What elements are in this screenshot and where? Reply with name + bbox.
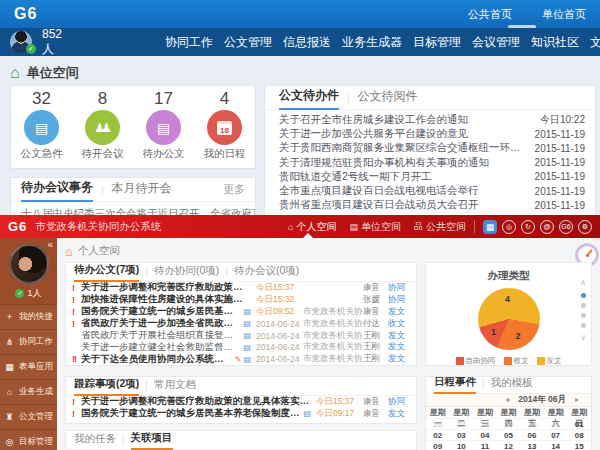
calendar-day[interactable]: 31 <box>544 418 568 429</box>
prev-month-icon[interactable]: ◂ <box>505 396 509 404</box>
calendar-day[interactable]: 06 <box>520 429 544 440</box>
calendar-day[interactable]: 07 <box>544 429 568 440</box>
calendar-day[interactable]: 09 <box>426 440 450 450</box>
track-tab-1[interactable]: 常用文档 <box>154 378 196 395</box>
next-month-icon[interactable]: ▸ <box>575 396 579 404</box>
calendar-tab-0[interactable]: 日程事件 <box>434 376 476 394</box>
portal-doc-row[interactable]: 关于清理规范驻贵阳办事机构有关事项的通知2015-11-19 <box>265 156 595 170</box>
todo-row[interactable]: !!关于下达全员使用协同办公系统的通知✎▤2014-06-24市党政务机关协..… <box>66 353 416 365</box>
portal-doc-row[interactable]: 全市重点项目建设百日会战电视电话会举行2015-11-19 <box>265 184 595 198</box>
todo-row[interactable]: 省民政厅关于开展社会组织直接登记的通知（试行）▤2014-06-24市党政务机关… <box>66 330 416 342</box>
legend-item[interactable]: 自由协同 <box>456 356 496 366</box>
track-tab-0[interactable]: 跟踪事项(2项) <box>74 377 139 396</box>
sidebar-item[interactable]: ♜公文管理 <box>0 404 57 429</box>
calendar-day[interactable]: 28 <box>473 418 497 429</box>
topbar-link[interactable]: 单位首页 <box>542 7 586 22</box>
portal-doc-row[interactable]: 关于贵阳西南商贸服务业集聚区综合交通枢纽一环城铁路金阳南站项目立...2015-… <box>265 141 595 155</box>
row-tag[interactable]: 发文 <box>388 408 410 420</box>
calendar-day[interactable]: 15 <box>567 440 591 450</box>
portal-nav-item[interactable]: 文档 <box>590 34 600 51</box>
portal-nav-item[interactable]: 知识社区 <box>531 34 579 51</box>
row-tag[interactable]: 发文 <box>388 306 410 318</box>
calendar-day[interactable]: 12 <box>497 440 521 450</box>
legend-item[interactable]: 收文 <box>504 356 529 366</box>
calendar-day[interactable]: 08 <box>567 429 591 440</box>
carousel-dot[interactable] <box>581 293 586 298</box>
calendar-day[interactable]: 10 <box>450 440 474 450</box>
sidebar-avatar[interactable] <box>9 244 49 284</box>
todo-row[interactable]: 关于进一步建立健全社会救助监督检查长效机制的通知▤2014-06-24市党政务机… <box>66 341 416 353</box>
stat-item[interactable]: 8♟♟待开会议 <box>74 89 132 168</box>
user-count[interactable]: 852人 <box>42 27 62 58</box>
tab-doc-todo[interactable]: 公文待办件 <box>279 87 339 110</box>
row-tag[interactable]: 收文 <box>388 318 410 330</box>
stat-item[interactable]: 17▤待办公文 <box>135 89 193 168</box>
calendar-day[interactable]: 29 <box>497 418 521 429</box>
task-tab-1[interactable]: 关联项目 <box>131 431 173 450</box>
search-icon[interactable]: ◎ <box>502 220 516 234</box>
sidebar-item[interactable]: ▦表单应用 <box>0 354 57 379</box>
calendar-day[interactable]: 13 <box>520 440 544 450</box>
carousel-dot[interactable] <box>581 313 586 318</box>
calendar-day[interactable]: 11 <box>473 440 497 450</box>
sidebar-item[interactable]: ⋔协同工作 <box>0 329 57 354</box>
carousel-down-icon[interactable]: ∨ <box>580 334 586 342</box>
g6-icon[interactable]: G6 <box>559 220 573 234</box>
portal-nav-item[interactable]: 信息报送 <box>283 34 331 51</box>
tab-meeting-todo[interactable]: 待办会议事务 <box>21 179 93 202</box>
task-tab-0[interactable]: 我的任务 <box>74 432 116 449</box>
space-link-2[interactable]: 品公共空间 <box>414 215 466 238</box>
row-tag[interactable]: 发文 <box>388 341 410 353</box>
tab-meeting-month[interactable]: 本月待开会 <box>112 180 172 201</box>
todo-tab-1[interactable]: 待办协同(0项) <box>154 264 219 281</box>
carousel-dot[interactable] <box>581 323 586 328</box>
calendar-day[interactable]: 27 <box>450 418 474 429</box>
calendar-day[interactable]: 02 <box>426 429 450 440</box>
sidebar-user-count[interactable]: 1人 <box>27 287 41 300</box>
refresh-icon[interactable]: ↻ <box>521 220 535 234</box>
track-row[interactable]: !国务院关于建立统一的城乡居民基本养老保险制度的意见▤今日09:17康音发文 <box>66 408 416 420</box>
portal-doc-row[interactable]: 贵阳轨道交通2号线一期下月开工2015-11-19 <box>265 170 595 184</box>
calendar-day[interactable]: 30 <box>520 418 544 429</box>
portal-doc-row[interactable]: 关于进一步加强公共服务平台建设的意见2015-11-19 <box>265 127 595 141</box>
portal-nav-item[interactable]: 公文管理 <box>224 34 272 51</box>
mail-icon[interactable]: @ <box>540 220 554 234</box>
tab-doc-read[interactable]: 公文待阅件 <box>358 88 418 109</box>
settings-icon[interactable]: ⚙ <box>578 220 592 234</box>
carousel-dot[interactable] <box>581 303 586 308</box>
calendar-day[interactable]: 26 <box>426 418 450 429</box>
todo-row[interactable]: !加快推进保障性住房建设的具体实施意见讨论今日15:32张媛协同 <box>66 294 416 306</box>
stat-item[interactable]: 418我的日程 <box>196 89 254 168</box>
row-tag[interactable]: 发文 <box>388 330 410 342</box>
todo-row[interactable]: !国务院关于建立统一的城乡居民基本养老保险制度的意见▤今日09:52市党政务机关… <box>66 306 416 318</box>
todo-tab-0[interactable]: 待办公文(7项) <box>74 263 139 282</box>
calendar-day[interactable]: 04 <box>473 429 497 440</box>
collapse-sidebar-icon[interactable]: « <box>47 239 53 250</box>
track-row[interactable]: !关于进一步调整和完善医疗救助政策的意见具体落实办法今日15:37康音协同 <box>66 396 416 408</box>
stat-item[interactable]: 32▤公文急件 <box>13 89 71 168</box>
calendar-day[interactable]: 03 <box>450 429 474 440</box>
calendar-day[interactable]: 05 <box>497 429 521 440</box>
todo-row[interactable]: !关于进一步调整和完善医疗救助政策的意见具体落实办法今日15:37康音协同 <box>66 282 416 294</box>
apps-icon[interactable]: ▦ <box>483 220 497 234</box>
portal-nav-item[interactable]: 协同工作 <box>165 34 213 51</box>
portal-doc-row[interactable]: 关于召开全市住房城乡建设工作会的通知今日10:22 <box>265 113 595 127</box>
space-link-0[interactable]: ⌂个人空间 <box>288 215 336 238</box>
legend-item[interactable]: 发文 <box>537 356 562 366</box>
row-tag[interactable]: 协同 <box>388 282 410 294</box>
meeting-item[interactable]: 十八届中央纪委三次全会将于近日召开，全省政府系统要按照中央和... <box>11 202 255 215</box>
calendar-tab-1[interactable]: 我的模板 <box>491 376 533 393</box>
topbar-link[interactable]: 公共首页 <box>468 7 512 22</box>
space-link-1[interactable]: ▤单位空间 <box>349 215 401 238</box>
sidebar-item[interactable]: ⌂业务生成器 <box>0 379 57 404</box>
portal-doc-row[interactable]: 贵州省重点项目建设百日会战动员大会召开2015-11-19 <box>265 198 595 212</box>
row-tag[interactable]: 发文 <box>388 353 410 365</box>
row-tag[interactable]: 协同 <box>388 294 410 306</box>
more-link[interactable]: 更多 <box>223 182 245 201</box>
calendar-day[interactable]: 14 <box>544 440 568 450</box>
todo-tab-2[interactable]: 待办会议(0项) <box>234 264 299 281</box>
portal-nav-item[interactable]: 业务生成器 <box>342 34 402 51</box>
sidebar-item[interactable]: ◎目标管理 <box>0 429 57 450</box>
row-tag[interactable]: 协同 <box>388 396 410 408</box>
calendar-day[interactable]: 01 <box>567 418 591 429</box>
